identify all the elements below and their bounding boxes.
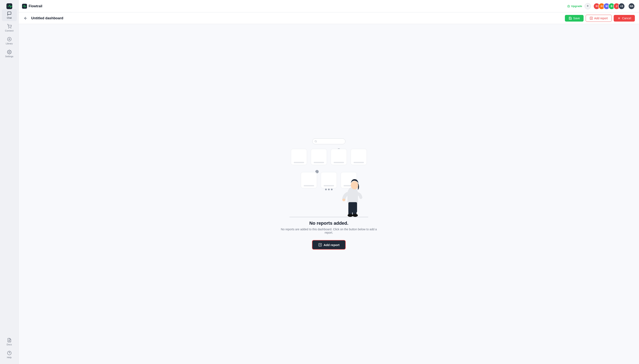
svg-point-8 <box>7 351 11 355</box>
illus-card-3 <box>351 149 367 165</box>
topbar-left: Flowtrail <box>22 4 42 9</box>
save-button[interactable]: Save <box>565 15 584 22</box>
sidebar-item-library[interactable]: Library <box>2 35 17 47</box>
svg-point-2 <box>11 28 11 28</box>
cancel-icon <box>617 16 621 20</box>
illus-card-line-5 <box>324 185 334 186</box>
back-button[interactable] <box>23 15 29 21</box>
user-avatar[interactable]: HA <box>628 3 635 10</box>
back-arrow-icon <box>24 16 28 20</box>
illus-search-bar <box>312 138 345 144</box>
upgrade-button[interactable]: Upgrade <box>567 4 582 8</box>
topbar: Flowtrail Upgrade + H H M B J +3 <box>19 0 639 12</box>
avatar-group: H H M B J +3 <box>593 3 625 10</box>
svg-point-4 <box>9 38 10 40</box>
main-add-report-button[interactable]: Add report <box>312 240 346 250</box>
save-label: Save <box>573 16 580 20</box>
sidebar-item-settings[interactable]: Settings <box>2 48 17 60</box>
empty-illustration <box>285 138 372 217</box>
library-icon <box>7 37 12 42</box>
sidebar: Chat Connect Library Settings <box>0 0 19 364</box>
empty-subtitle: No reports are added to this dashboard. … <box>279 228 379 234</box>
illus-dot-sm-1 <box>328 189 330 190</box>
illus-card-2 <box>331 149 347 165</box>
help-icon <box>7 351 12 355</box>
logo-area <box>4 3 15 9</box>
content-area: No reports added. No reports are added t… <box>19 24 639 364</box>
illus-card-line-0 <box>294 162 304 163</box>
illus-card-1 <box>311 149 327 165</box>
dashboard-title: Untitled dashboard <box>31 16 63 20</box>
illus-card-row-1 <box>291 149 367 165</box>
chat-icon <box>7 11 12 16</box>
sidebar-nav: Chat Connect Library Settings <box>2 9 17 336</box>
save-icon <box>569 16 572 20</box>
svg-point-16 <box>315 140 317 142</box>
upgrade-label: Upgrade <box>571 4 582 8</box>
cancel-button[interactable]: Cancel <box>614 15 635 22</box>
sidebar-item-help[interactable]: Help <box>2 349 17 361</box>
sidebar-item-docs-label: Docs <box>7 343 12 346</box>
topbar-right: Upgrade + H H M B J +3 HA <box>567 3 635 10</box>
sidebar-item-settings-label: Settings <box>5 55 14 58</box>
app-logo-icon <box>22 4 27 9</box>
cancel-label: Cancel <box>622 16 631 20</box>
page-header: Untitled dashboard Save Add report <box>19 12 639 24</box>
person-illustration <box>341 176 364 217</box>
illus-card-5 <box>321 172 337 188</box>
add-button[interactable]: + <box>585 3 591 9</box>
sidebar-item-connect-label: Connect <box>5 30 14 32</box>
svg-point-23 <box>347 214 353 217</box>
sidebar-item-connect[interactable]: Connect <box>2 22 17 34</box>
upgrade-icon <box>567 5 570 8</box>
settings-icon <box>7 50 12 54</box>
ground-line <box>289 217 368 217</box>
sidebar-item-chat[interactable]: Chat <box>2 9 17 21</box>
main-area: Flowtrail Upgrade + H H M B J +3 <box>19 0 639 364</box>
page-header-actions: Save Add report Cancel <box>565 15 635 22</box>
main-add-report-label: Add report <box>324 243 340 247</box>
svg-point-19 <box>351 181 358 189</box>
sidebar-bottom: Docs Help <box>2 336 17 361</box>
docs-icon <box>7 338 12 342</box>
sidebar-item-chat-label: Chat <box>7 16 12 19</box>
add-report-icon <box>590 16 593 20</box>
empty-title: No reports added. <box>309 220 348 226</box>
illus-card-0 <box>291 149 307 165</box>
illus-card-line-3 <box>354 162 364 163</box>
header-add-report-button[interactable]: Add report <box>586 15 612 22</box>
sidebar-item-help-label: Help <box>7 356 12 358</box>
svg-point-24 <box>352 214 358 217</box>
illus-card-line-2 <box>334 162 344 163</box>
svg-point-1 <box>9 28 9 28</box>
add-report-label: Add report <box>594 16 608 20</box>
connect-icon <box>7 24 12 28</box>
illus-dot-sm-0 <box>325 189 327 190</box>
svg-point-5 <box>9 52 10 53</box>
illus-card-line-1 <box>314 162 324 163</box>
illus-dot-sm-2 <box>331 189 333 190</box>
illus-card-4 <box>301 172 317 188</box>
empty-state: No reports added. No reports are added t… <box>279 138 379 250</box>
illus-card-line-4 <box>304 185 314 186</box>
top-logo-area: Flowtrail <box>22 4 42 9</box>
sidebar-item-docs[interactable]: Docs <box>2 336 17 348</box>
flowtrail-logo-icon <box>7 3 12 9</box>
page-header-left: Untitled dashboard <box>23 15 63 21</box>
main-add-report-icon <box>318 243 322 247</box>
app-name: Flowtrail <box>29 4 42 8</box>
illus-search-icon <box>315 140 317 142</box>
avatar-overflow[interactable]: +3 <box>618 3 625 10</box>
svg-point-25 <box>342 198 345 201</box>
sidebar-item-library-label: Library <box>6 42 13 45</box>
svg-point-3 <box>7 37 11 41</box>
illus-dots-row <box>325 189 333 190</box>
